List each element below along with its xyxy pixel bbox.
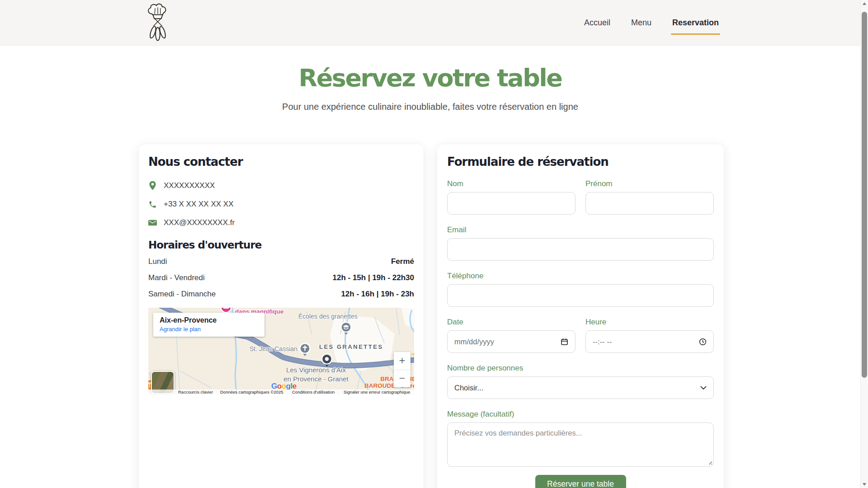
nav-item-menu[interactable]: Menu [631,18,651,28]
nav-item-accueil[interactable]: Accueil [584,18,610,28]
nav-item-reservation[interactable]: Reservation [672,18,719,28]
hours-time: 12h - 16h | 19h - 23h [341,290,414,299]
map-attribution-bar: Raccourcis clavier Données cartographiqu… [148,389,414,394]
contact-phone-row: +33 X XX XX XX XX [148,199,414,210]
hours-time: Fermé [391,257,414,266]
map-label-area: LES GRANETTES [319,343,383,350]
telephone-field[interactable] [447,284,714,307]
reserve-button[interactable]: Réserver une table [535,475,626,488]
google-map[interactable]: dans magnifique Écoles des granettes St.… [148,308,414,394]
map-zoom-in-button[interactable]: + [394,352,410,370]
chef-whisk-logo-icon [143,3,171,43]
clock-icon[interactable] [699,338,707,346]
map-terms-link[interactable]: Conditions d'utilisation [292,389,335,394]
map-info-box: Aix-en-Provence Agrandir le plan [153,313,264,337]
reservation-form-card: Formulaire de réservation Nom Prénom Ema… [437,144,724,488]
top-navbar: Accueil Menu Reservation [0,0,868,46]
scrollbar-down-arrow[interactable] [863,483,866,486]
personnes-label: Nombre de personnes [447,364,714,373]
location-pin-icon [148,181,157,191]
prenom-field[interactable] [585,192,714,215]
contact-list: XXXXXXXXXX +33 X XX XX XX XX XXX@XXXXXXX… [148,180,414,228]
hours-day: Samedi - Dimanche [148,290,216,299]
hours-title: Horaires d'ouverture [148,239,414,251]
map-data-copyright: Données cartographiques ©2025 [220,389,283,394]
form-title: Formulaire de réservation [447,155,714,169]
map-report-error-link[interactable]: Signaler une erreur cartographique [344,389,410,394]
map-zoom-out-button[interactable]: − [394,370,410,388]
telephone-label: Téléphone [447,272,714,281]
contact-phone: +33 X XX XX XX XX [164,200,234,209]
message-label: Message (facultatif) [447,410,714,419]
hours-table: Lundi Fermé Mardi - Vendredi 12h - 15h |… [148,253,414,302]
nom-field[interactable] [447,192,576,215]
map-info-title: Aix-en-Provence [160,316,258,324]
date-field[interactable]: mm/dd/yyyy [447,330,576,353]
page-subtitle: Pour une expérience culinaire inoubliabl… [0,102,860,112]
reservation-page: Accueil Menu Reservation Réservez votre … [0,0,868,488]
school-pin-icon [340,321,352,338]
map-enlarge-link[interactable]: Agrandir le plan [160,326,258,333]
nom-label: Nom [447,179,576,188]
date-label: Date [447,318,576,327]
contact-card: Nous contacter XXXXXXXXXX +33 X XX XX XX… [139,144,424,488]
scrollbar-up-arrow[interactable] [863,2,866,5]
page-scrollbar[interactable] [860,0,868,488]
contact-address-row: XXXXXXXXXX [148,180,414,191]
map-label-church: St. Jean Cassian [250,345,297,352]
map-label-school: Écoles des granettes [298,313,358,320]
personnes-select[interactable]: Choisir... [447,376,714,399]
map-label-winery: Les Vignerons d'Aix en Provence - Granet [278,366,354,384]
hours-time: 12h - 15h | 19h - 22h30 [332,273,414,282]
contact-address: XXXXXXXXXX [164,181,215,190]
main-nav: Accueil Menu Reservation [584,0,719,46]
contact-title: Nous contacter [148,155,414,169]
prenom-label: Prénom [585,179,714,188]
hours-day: Lundi [148,257,167,266]
heure-label: Heure [585,318,714,327]
church-pin-icon [299,343,311,359]
phone-icon [148,200,157,209]
map-keyboard-shortcuts[interactable]: Raccourcis clavier [178,389,213,394]
hours-day: Mardi - Vendredi [148,273,205,282]
contact-email: XXX@XXXXXXXX.fr [164,218,235,227]
page-title: Réservez votre table [0,64,860,92]
transit-pin-icon [321,353,333,370]
scrollbar-thumb[interactable] [862,12,867,378]
heure-field[interactable]: --:-- -- [585,330,714,353]
calendar-icon[interactable] [561,338,568,346]
chevron-down-icon [700,386,707,390]
hours-row: Lundi Fermé [148,253,414,270]
hours-row: Samedi - Dimanche 12h - 16h | 19h - 23h [148,286,414,302]
email-label: Email [447,225,714,235]
hours-row: Mardi - Vendredi 12h - 15h | 19h - 22h30 [148,270,414,286]
email-field[interactable] [447,238,714,261]
contact-email-row: XXX@XXXXXXXX.fr [148,217,414,228]
map-zoom-control: + − [394,352,410,387]
mail-icon [148,219,157,226]
message-field[interactable] [447,422,714,467]
